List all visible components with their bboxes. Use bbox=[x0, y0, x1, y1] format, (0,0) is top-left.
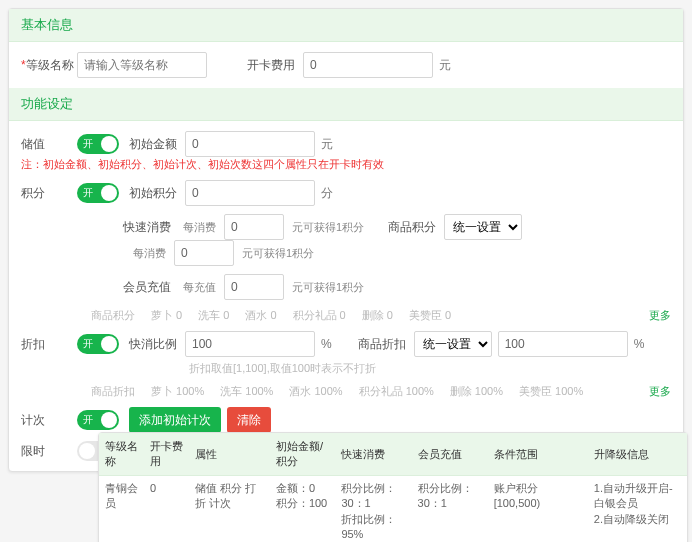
jici-label: 计次 bbox=[21, 412, 77, 429]
table-header: 属性 bbox=[189, 433, 270, 476]
grey-row-1: 商品积分萝卜 0洗车 0酒水 0积分礼品 0删除 0美赞臣 0 更多 bbox=[91, 308, 671, 323]
fee-label: 开卡费用 bbox=[247, 57, 303, 74]
table-row: 青铜会员0储值 积分 打折 计次金额：0 积分：100积分比例：30：1 折扣比… bbox=[99, 476, 687, 543]
table-header: 条件范围 bbox=[488, 433, 588, 476]
sp-zhekou-input[interactable] bbox=[498, 331, 628, 357]
basic-form-card: 基本信息 *等级名称 开卡费用 元 功能设定 储值 开 初始金额 元 注：初始金… bbox=[8, 8, 684, 472]
jifen-input[interactable] bbox=[185, 180, 315, 206]
zhekou-hint: 折扣取值[1,100],取值100时表示不打折 bbox=[189, 361, 376, 376]
fee-input[interactable] bbox=[303, 52, 433, 78]
grey-row-2: 商品折扣萝卜 100%洗车 100%酒水 100%积分礼品 100%删除 100… bbox=[91, 384, 671, 399]
jici-toggle[interactable]: 开 bbox=[77, 410, 119, 430]
sp-zhekou-select[interactable]: 统一设置 bbox=[414, 331, 492, 357]
zhekou-toggle[interactable]: 开 bbox=[77, 334, 119, 354]
chuzhi-toggle[interactable]: 开 bbox=[77, 134, 119, 154]
xianshi-label: 限时 bbox=[21, 443, 77, 460]
level-table: 等级名称开卡费用属性初始金额/积分快速消费会员充值条件范围升降级信息 青铜会员0… bbox=[99, 433, 687, 542]
table-header: 升降级信息 bbox=[588, 433, 687, 476]
chuzhi-input[interactable] bbox=[185, 131, 315, 157]
chuzhi-label: 储值 bbox=[21, 136, 77, 153]
jifen-toggle[interactable]: 开 bbox=[77, 183, 119, 203]
chuzhi-sub: 初始金额 bbox=[129, 136, 185, 153]
jifen-sub: 初始积分 bbox=[129, 185, 185, 202]
table-header: 开卡费用 bbox=[144, 433, 189, 476]
more-link-2[interactable]: 更多 bbox=[649, 384, 671, 399]
more-link-1[interactable]: 更多 bbox=[649, 308, 671, 323]
table-card: 等级名称开卡费用属性初始金额/积分快速消费会员充值条件范围升降级信息 青铜会员0… bbox=[98, 432, 688, 542]
chuzhi-note: 注：初始金额、初始积分、初始计次、初始次数这四个属性只在开卡时有效 bbox=[21, 157, 384, 172]
table-header: 快速消费 bbox=[335, 433, 411, 476]
clear-button[interactable]: 清除 bbox=[227, 407, 271, 433]
table-header: 会员充值 bbox=[412, 433, 488, 476]
name-label: *等级名称 bbox=[21, 57, 77, 74]
section-func: 功能设定 bbox=[9, 88, 683, 121]
huiyuan-input[interactable] bbox=[224, 274, 284, 300]
shangpin-jifen-select[interactable]: 统一设置 bbox=[444, 214, 522, 240]
add-jici-button[interactable]: 添加初始计次 bbox=[129, 407, 221, 433]
name-input[interactable] bbox=[77, 52, 207, 78]
jifen-label: 积分 bbox=[21, 185, 77, 202]
zhekou-label: 折扣 bbox=[21, 336, 77, 353]
huiyuan-label: 会员充值 bbox=[123, 279, 179, 296]
shangpin-jifen-label: 商品积分 bbox=[388, 219, 444, 236]
kuaisu-label: 快速消费 bbox=[123, 219, 179, 236]
shangpin-jifen-input[interactable] bbox=[174, 240, 234, 266]
zhekou-sub: 快消比例 bbox=[129, 336, 185, 353]
sp-zhekou-label: 商品折扣 bbox=[358, 336, 414, 353]
table-header: 等级名称 bbox=[99, 433, 144, 476]
section-basic: 基本信息 bbox=[9, 9, 683, 42]
fee-unit: 元 bbox=[433, 57, 457, 74]
table-header: 初始金额/积分 bbox=[270, 433, 336, 476]
kuaisu-input[interactable] bbox=[224, 214, 284, 240]
zhekou-input[interactable] bbox=[185, 331, 315, 357]
